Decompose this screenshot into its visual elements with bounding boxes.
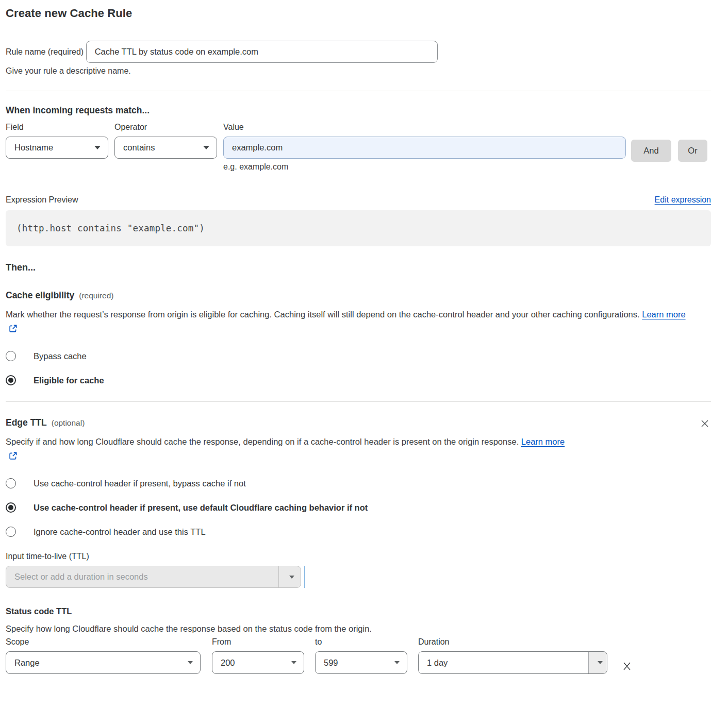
ttl-input-label: Input time-to-live (TTL) xyxy=(6,552,709,561)
edge-ttl-qualifier: (optional) xyxy=(52,418,85,428)
rule-name-helper: Give your rule a descriptive name. xyxy=(6,66,709,76)
ttl-duration-select[interactable]: Select or add a duration in seconds xyxy=(6,566,301,588)
radio-use-cc-bypass[interactable]: Use cache-control header if present, byp… xyxy=(6,478,709,488)
radio-label: Bypass cache xyxy=(34,351,87,361)
expression-preview-code: (http.host contains "example.com") xyxy=(6,210,711,246)
expression-preview-label: Expression Preview xyxy=(6,195,78,205)
radio-label: Eligible for cache xyxy=(34,376,104,385)
from-label: From xyxy=(212,637,304,647)
edge-ttl-heading: Edge TTL (optional) xyxy=(6,417,85,428)
match-condition-row: Field Hostname Operator contains Value e… xyxy=(6,123,709,172)
edit-expression-link[interactable]: Edit expression xyxy=(655,195,711,205)
chevron-down-icon xyxy=(598,661,603,664)
status-code-ttl-title: Status code TTL xyxy=(6,606,709,616)
ttl-select-placeholder: Select or add a duration in seconds xyxy=(6,566,278,587)
field-select-value: Hostname xyxy=(14,143,53,153)
scope-select-value: Range xyxy=(14,658,40,668)
chevron-down-icon xyxy=(291,661,296,664)
or-button[interactable]: Or xyxy=(678,140,707,162)
rule-name-label: Rule name (required) xyxy=(6,47,84,56)
edge-ttl-heading-row: Edge TTL (optional) xyxy=(6,417,711,430)
cache-eligibility-learn-more-link[interactable]: Learn more xyxy=(642,310,685,319)
operator-select[interactable]: contains xyxy=(114,137,217,159)
radio-button-icon[interactable] xyxy=(6,478,16,488)
ttl-select-dropdown-button[interactable] xyxy=(278,566,301,587)
radio-label: Use cache-control header if present, byp… xyxy=(34,479,246,488)
field-select[interactable]: Hostname xyxy=(6,137,108,159)
cache-eligibility-description: Mark whether the request’s response from… xyxy=(6,307,697,337)
scope-label: Scope xyxy=(6,637,201,647)
value-input[interactable] xyxy=(223,137,626,159)
page-title: Create new Cache Rule xyxy=(6,7,709,20)
rule-name-input[interactable] xyxy=(86,41,438,63)
duration-label: Duration xyxy=(418,637,607,647)
operator-label: Operator xyxy=(114,123,217,132)
operator-select-value: contains xyxy=(123,143,155,153)
expression-preview-header: Expression Preview Edit expression xyxy=(6,195,711,205)
duration-select-value: 1 day xyxy=(419,652,588,673)
expression-code-text: (http.host contains "example.com") xyxy=(16,223,205,233)
radio-button-icon[interactable] xyxy=(6,527,16,537)
rule-name-section: Rule name (required) Give your rule a de… xyxy=(6,36,709,76)
then-heading: Then... xyxy=(6,262,709,273)
ttl-select-row: Select or add a duration in seconds xyxy=(6,566,709,588)
external-link-icon xyxy=(9,450,18,464)
status-code-ttl-description: Specify how long Cloudflare should cache… xyxy=(6,624,709,634)
radio-ignore-cc[interactable]: Ignore cache-control header and use this… xyxy=(6,527,709,537)
from-select[interactable]: 200 xyxy=(212,651,304,674)
section-divider xyxy=(6,91,711,91)
edge-ttl-description: Specify if and how long Cloudflare shoul… xyxy=(6,434,573,464)
edge-ttl-description-text: Specify if and how long Cloudflare shoul… xyxy=(6,437,519,446)
chevron-down-icon xyxy=(203,146,209,149)
radio-label: Ignore cache-control header and use this… xyxy=(34,527,206,537)
radio-button-icon[interactable] xyxy=(6,351,16,361)
radio-eligible-for-cache[interactable]: Eligible for cache xyxy=(6,375,709,385)
and-button[interactable]: And xyxy=(631,140,671,162)
close-edge-ttl-button[interactable] xyxy=(699,417,711,430)
cache-eligibility-description-text: Mark whether the request’s response from… xyxy=(6,310,640,319)
cache-eligibility-title: Cache eligibility xyxy=(6,290,74,301)
close-icon xyxy=(700,423,710,430)
duration-dropdown-button[interactable] xyxy=(588,652,607,673)
match-heading: When incoming requests match... xyxy=(6,105,709,116)
to-select-value: 599 xyxy=(324,658,338,668)
status-code-ttl-row: Scope Range From 200 to 599 Duration 1 d… xyxy=(6,637,709,674)
section-divider xyxy=(6,401,711,402)
from-select-value: 200 xyxy=(221,658,235,668)
edge-ttl-title: Edge TTL xyxy=(6,417,47,428)
text-cursor xyxy=(304,566,305,588)
value-label: Value xyxy=(223,123,626,132)
to-label: to xyxy=(315,637,407,647)
external-link-icon xyxy=(9,323,18,337)
radio-use-cc-default[interactable]: Use cache-control header if present, use… xyxy=(6,502,709,513)
cache-eligibility-qualifier: (required) xyxy=(79,291,113,300)
chevron-down-icon xyxy=(394,661,400,664)
field-label: Field xyxy=(6,123,108,132)
edge-ttl-learn-more-link[interactable]: Learn more xyxy=(521,437,565,446)
radio-button-selected-icon[interactable] xyxy=(6,375,16,385)
scope-select[interactable]: Range xyxy=(6,651,201,674)
chevron-down-icon xyxy=(94,146,101,149)
to-select[interactable]: 599 xyxy=(315,651,407,674)
chevron-down-icon xyxy=(289,576,294,579)
duration-select[interactable]: 1 day xyxy=(418,651,607,674)
radio-bypass-cache[interactable]: Bypass cache xyxy=(6,351,709,361)
radio-label: Use cache-control header if present, use… xyxy=(34,503,368,513)
delete-status-ttl-row-button[interactable] xyxy=(620,660,634,673)
radio-button-selected-icon[interactable] xyxy=(6,502,16,513)
value-helper: e.g. example.com xyxy=(223,162,626,172)
close-icon xyxy=(621,666,633,673)
chevron-down-icon xyxy=(188,661,193,664)
cache-eligibility-heading: Cache eligibility (required) xyxy=(6,290,709,301)
